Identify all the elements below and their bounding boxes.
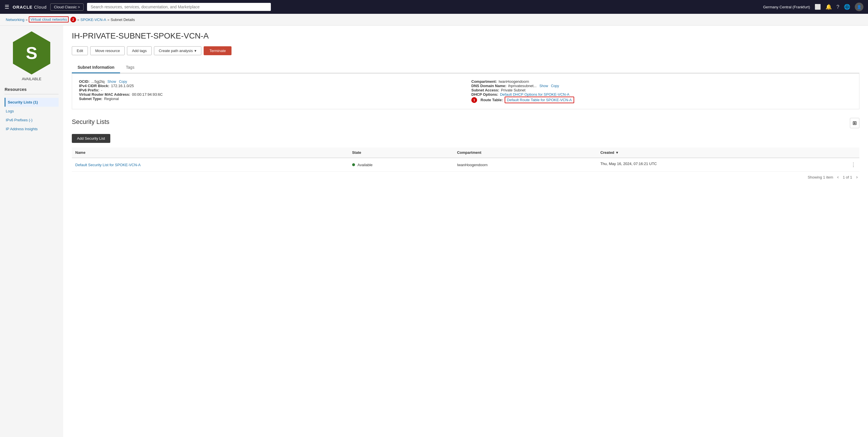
status-label: AVAILABLE (22, 77, 41, 81)
subnet-hexagon: S (13, 31, 50, 75)
breadcrumb-badge: 2 (70, 17, 76, 23)
security-lists-title: Security Lists (72, 118, 110, 126)
add-security-list-button[interactable]: Add Security List (72, 134, 110, 143)
route-table-badge: 1 (471, 97, 477, 103)
move-resource-button[interactable]: Move resource (90, 46, 125, 55)
page-label: 1 of 1 (843, 175, 852, 179)
search-input[interactable] (87, 3, 271, 11)
globe-icon[interactable]: 🌐 (844, 4, 850, 10)
info-ocid-row: OCID: ...5gj2tq Show Copy (79, 79, 460, 84)
cloud-classic-button[interactable]: Cloud Classic > (50, 3, 84, 11)
showing-label: Showing 1 item (808, 175, 833, 179)
status-dot (352, 163, 355, 166)
cell-name: Default Security List for SPOKE-VCN-A (72, 158, 349, 172)
bell-icon[interactable]: 🔔 (826, 4, 832, 10)
col-compartment: Compartment (454, 147, 597, 158)
show-dns-btn[interactable]: Show (539, 84, 548, 88)
breadcrumb-sep-3: » (107, 18, 110, 22)
console-icon[interactable]: ⬜ (814, 4, 821, 10)
security-lists-section: Security Lists ⊞ Add Security List Name … (72, 118, 859, 182)
info-subnet-type-row: Subnet Type: Regional (79, 96, 460, 101)
tabs: Subnet Information Tags (72, 62, 859, 73)
grid-view-button[interactable]: ⊞ (850, 118, 859, 128)
copy-ocid-btn[interactable]: Copy (119, 80, 127, 84)
left-panel: S AVAILABLE Resources Security Lists (1)… (0, 26, 63, 437)
sidebar-item-security-lists[interactable]: Security Lists (1) (5, 98, 59, 107)
col-name: Name (72, 147, 349, 158)
info-grid: OCID: ...5gj2tq Show Copy IPv4 CIDR Bloc… (79, 79, 852, 103)
edit-button[interactable]: Edit (72, 46, 88, 55)
page-title: IH-PRIVATE-SUBNET-SPOKE-VCN-A (72, 31, 859, 40)
cell-created: Thu, May 16, 2024, 07:16:21 UTC ⋮ (597, 158, 859, 172)
next-page-button[interactable]: › (855, 174, 859, 180)
prev-page-button[interactable]: ‹ (836, 174, 840, 180)
copy-dns-btn[interactable]: Copy (551, 84, 559, 88)
grid-icon: ⊞ (852, 120, 857, 126)
terminate-button[interactable]: Terminate (204, 46, 231, 55)
create-path-analysis-button[interactable]: Create path analysis ▾ (154, 46, 202, 55)
info-route-table-row: 1 Route Table: Default Route Table for S… (471, 96, 852, 103)
info-dns-row: DNS Domain Name: ihprivatesubnet... Show… (471, 84, 852, 88)
info-right-col: Compartment: IwanHoogendoorn DNS Domain … (471, 79, 852, 103)
info-dhcp-row: DHCP Options: Default DHCP Options for S… (471, 92, 852, 96)
breadcrumb-sep-1: » (26, 18, 28, 22)
showing-bar: Showing 1 item ‹ 1 of 1 › (72, 172, 859, 182)
breadcrumb-vcn-highlighted[interactable]: Virtual cloud networks 2 (29, 17, 76, 23)
info-mac-row: Virtual Router MAC Address: 00:00:17:94:… (79, 92, 460, 96)
region-selector[interactable]: Germany Central (Frankfurt) (763, 5, 810, 9)
sidebar-item-ipv6-prefixes[interactable]: IPv6 Prefixes (-) (5, 116, 59, 124)
content-area: IH-PRIVATE-SUBNET-SPOKE-VCN-A Edit Move … (63, 26, 868, 437)
tab-tags[interactable]: Tags (120, 62, 140, 73)
help-icon[interactable]: ? (836, 4, 839, 10)
info-left-col: OCID: ...5gj2tq Show Copy IPv4 CIDR Bloc… (79, 79, 460, 103)
hamburger-icon[interactable]: ☰ (5, 4, 9, 10)
info-compartment-row: Compartment: IwanHoogendoorn (471, 79, 852, 84)
table-header: Name State Compartment Created ▼ (72, 147, 859, 158)
security-lists-table: Name State Compartment Created ▼ (72, 147, 859, 172)
sidebar-item-logs[interactable]: Logs (5, 107, 59, 116)
col-created-sort: Created ▼ (600, 150, 856, 155)
subnet-icon-container: S AVAILABLE (0, 31, 63, 81)
action-bar: Edit Move resource Add tags Create path … (72, 46, 859, 55)
add-tags-button[interactable]: Add tags (127, 46, 151, 55)
show-ocid-btn[interactable]: Show (107, 80, 116, 84)
breadcrumb: Networking » Virtual cloud networks 2 » … (0, 14, 868, 26)
info-ipv4-row: IPv4 CIDR Block: 172.16.1.0/25 (79, 84, 460, 88)
route-table-link[interactable]: Default Route Table for SPOKE-VCN-A (507, 98, 572, 102)
col-state: State (349, 147, 454, 158)
info-ipv6-row: IPv6 Prefix: - (79, 88, 460, 92)
tab-subnet-information[interactable]: Subnet Information (72, 62, 120, 73)
top-nav: ☰ ORACLE Cloud Cloud Classic > Germany C… (0, 0, 868, 14)
nav-right: Germany Central (Frankfurt) ⬜ 🔔 ? 🌐 👤 (763, 3, 863, 11)
table-row: Default Security List for SPOKE-VCN-A Av… (72, 158, 859, 172)
cell-state: Available (349, 158, 454, 172)
resources-section: Resources Security Lists (1) Logs IPv6 P… (0, 87, 63, 134)
breadcrumb-sep-2: » (77, 18, 79, 22)
security-list-name-link[interactable]: Default Security List for SPOKE-VCN-A (75, 163, 141, 167)
resources-title: Resources (5, 87, 59, 94)
route-table-link-box: Default Route Table for SPOKE-VCN-A (505, 96, 574, 103)
breadcrumb-current: Subnet Details (111, 18, 135, 22)
row-action-menu[interactable]: ⋮ (851, 162, 856, 168)
oracle-logo: ORACLE Cloud (13, 5, 47, 9)
table-body: Default Security List for SPOKE-VCN-A Av… (72, 158, 859, 172)
dhcp-options-link[interactable]: Default DHCP Options for SPOKE-VCN-A (500, 92, 569, 96)
avatar[interactable]: 👤 (855, 3, 863, 11)
cell-compartment: IwanHoogendoorn (454, 158, 597, 172)
table-header-row: Name State Compartment Created ▼ (72, 147, 859, 158)
info-panel: OCID: ...5gj2tq Show Copy IPv4 CIDR Bloc… (72, 73, 859, 109)
main-wrapper: S AVAILABLE Resources Security Lists (1)… (0, 26, 868, 437)
breadcrumb-vcn-name[interactable]: SPOKE-VCN-A (81, 18, 106, 22)
breadcrumb-vcn-link[interactable]: Virtual cloud networks (29, 17, 69, 23)
col-created[interactable]: Created ▼ (597, 147, 859, 158)
sidebar-item-ip-address-insights[interactable]: IP Address Insights (5, 124, 59, 134)
breadcrumb-networking[interactable]: Networking (6, 18, 24, 22)
sort-icon: ▼ (616, 151, 619, 155)
info-subnet-access-row: Subnet Access: Private Subnet (471, 88, 852, 92)
